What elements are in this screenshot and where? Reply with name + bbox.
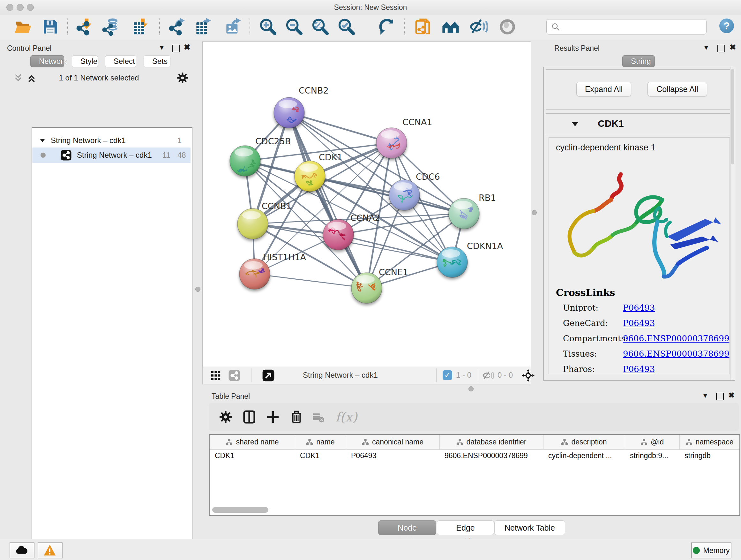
birdseye-view-icon[interactable] <box>262 369 275 382</box>
delete-column-icon[interactable] <box>289 409 304 425</box>
crosslink-genecard-link[interactable]: P06493 <box>623 318 655 328</box>
control-panel-close-icon[interactable]: ✖ <box>184 44 190 51</box>
right-splitter-handle[interactable] <box>532 210 537 215</box>
warning-button[interactable] <box>38 543 63 558</box>
collapse-all-chevron-icon[interactable] <box>13 73 23 84</box>
network-options-gear-icon[interactable] <box>176 71 189 84</box>
node-HIST1H1A[interactable]: HIST1H1A <box>239 252 307 289</box>
add-column-icon[interactable] <box>265 409 280 425</box>
import-database-icon[interactable] <box>102 18 119 36</box>
left-splitter-handle[interactable] <box>195 287 200 292</box>
cloud-button[interactable] <box>10 543 35 558</box>
network-canvas[interactable]: CCNB2CCNA1CDC25BCDK1CDC6RB1CCNB1CCNA2CDK… <box>202 42 531 367</box>
table-cell[interactable]: CDK1 <box>215 451 234 460</box>
zoom-fit-icon[interactable] <box>312 18 329 36</box>
column-header[interactable]: namespace <box>679 435 740 449</box>
import-network-icon[interactable] <box>75 18 92 36</box>
tab-select[interactable]: Select <box>105 55 136 67</box>
control-panel-collapse-icon[interactable]: ▼ <box>158 44 165 51</box>
search-input[interactable] <box>546 19 706 35</box>
collapse-all-button[interactable]: Collapse All <box>648 82 707 97</box>
column-header[interactable]: canonical name <box>346 435 440 449</box>
table-panel-float-icon[interactable] <box>716 393 724 400</box>
status-bar: Memory <box>0 539 741 560</box>
refresh-icon[interactable] <box>378 18 396 36</box>
results-panel-collapse-icon[interactable]: ▼ <box>703 44 710 51</box>
divider <box>436 368 436 382</box>
column-header[interactable]: shared name <box>210 435 295 449</box>
network-row-selected[interactable]: String Network – cdk1 11 48 <box>32 147 191 163</box>
edge-HIST1H1A-CCNE1[interactable] <box>255 274 367 288</box>
node-CDKN1A[interactable]: CDKN1A <box>437 241 503 277</box>
table-panel-close-icon[interactable]: ✖ <box>728 392 735 398</box>
table-cell[interactable]: stringdb:9... <box>630 451 668 460</box>
tab-node-table[interactable]: Node Table <box>378 520 436 535</box>
node-label-CCNB1: CCNB1 <box>262 201 292 211</box>
tab-style[interactable]: Style <box>72 55 98 67</box>
table-cell[interactable]: stringdb <box>684 451 711 460</box>
results-panel-float-icon[interactable] <box>718 45 725 52</box>
table-options-gear-icon[interactable] <box>218 409 233 425</box>
open-folder-icon[interactable] <box>14 18 32 36</box>
grid-view-icon[interactable] <box>210 370 221 381</box>
network-node-count: 11 <box>162 151 171 160</box>
help-icon[interactable]: ? <box>719 18 734 33</box>
network-label: String Network – cdk1 <box>77 151 152 160</box>
results-scrollbar[interactable] <box>730 67 735 380</box>
eye-icon[interactable] <box>498 18 516 36</box>
tab-string[interactable]: String <box>622 55 655 67</box>
tab-network-table[interactable]: Network Table <box>494 520 565 535</box>
expand-all-chevron-icon[interactable] <box>26 73 37 84</box>
tab-edge-table[interactable]: Edge Table <box>437 520 494 535</box>
save-icon[interactable] <box>42 18 59 36</box>
hide-eye-icon[interactable] <box>470 18 488 36</box>
zoom-in-icon[interactable] <box>259 18 277 36</box>
tab-network[interactable]: Network <box>30 55 64 67</box>
network-graph[interactable]: CCNB2CCNA1CDC25BCDK1CDC6RB1CCNB1CCNA2CDK… <box>203 42 531 367</box>
import-table-icon[interactable] <box>131 18 149 36</box>
control-panel-float-icon[interactable] <box>172 45 180 52</box>
column-header[interactable]: description <box>543 435 625 449</box>
results-scrollbar-thumb[interactable] <box>731 69 734 165</box>
tab-sets[interactable]: Sets <box>144 55 171 67</box>
zoom-selected-icon[interactable] <box>338 18 355 36</box>
node-RB1[interactable]: RB1 <box>449 193 496 229</box>
document-share-icon[interactable] <box>414 18 432 36</box>
share-view-icon[interactable] <box>228 369 240 381</box>
node-CDC6[interactable]: CDC6 <box>389 172 440 210</box>
expand-all-button[interactable]: Expand All <box>576 82 631 97</box>
edge-CDK1-RB1[interactable] <box>310 176 464 213</box>
selected-checkbox-icon[interactable]: ✓ <box>443 370 452 380</box>
node-CCNB1[interactable]: CCNB1 <box>238 201 292 239</box>
control-panel-title: Control Panel <box>7 44 51 53</box>
disclosure-triangle-icon[interactable] <box>39 137 46 144</box>
column-header[interactable]: name <box>295 435 346 449</box>
table-cell[interactable]: 9606.ENSP00000378699 <box>445 451 528 460</box>
table-cell[interactable]: cyclin-dependent ... <box>548 451 612 460</box>
results-panel-close-icon[interactable]: ✖ <box>730 44 736 51</box>
fit-content-crosshair-icon[interactable] <box>522 369 535 382</box>
crosslink-pharos-link[interactable]: P06493 <box>623 364 655 374</box>
table-cell[interactable]: CDK1 <box>300 451 320 460</box>
network-collection-row[interactable]: String Network – cdk1 1 <box>32 133 191 147</box>
homes-icon[interactable] <box>442 18 460 36</box>
crosslink-tissues-link[interactable]: 9606.ENSP00000378699 <box>623 349 729 359</box>
export-table-icon[interactable] <box>193 18 211 36</box>
node-CCNA1[interactable]: CCNA1 <box>376 117 432 159</box>
table-panel-collapse-icon[interactable]: ▼ <box>702 392 709 399</box>
export-network-icon[interactable] <box>167 18 185 36</box>
show-columns-icon[interactable] <box>242 409 257 425</box>
table-hscrollbar-thumb[interactable] <box>212 507 268 513</box>
export-image-icon[interactable] <box>223 18 241 36</box>
entry-header[interactable]: CDK1 <box>546 114 732 135</box>
column-header[interactable]: @id <box>625 435 680 449</box>
entry-disclosure-icon[interactable] <box>571 121 579 127</box>
column-header[interactable]: database identifier <box>440 435 543 449</box>
table-cell[interactable]: P06493 <box>351 451 376 460</box>
node-CDK1[interactable]: CDK1 <box>294 152 343 192</box>
zoom-out-icon[interactable] <box>285 18 303 36</box>
edge-CCNB2-CCNA1[interactable] <box>289 113 392 143</box>
memory-button[interactable]: Memory <box>691 543 731 558</box>
crosslink-compartments-link[interactable]: 9606.ENSP00000378699 <box>623 334 729 343</box>
crosslink-uniprot-link[interactable]: P06493 <box>623 303 655 313</box>
